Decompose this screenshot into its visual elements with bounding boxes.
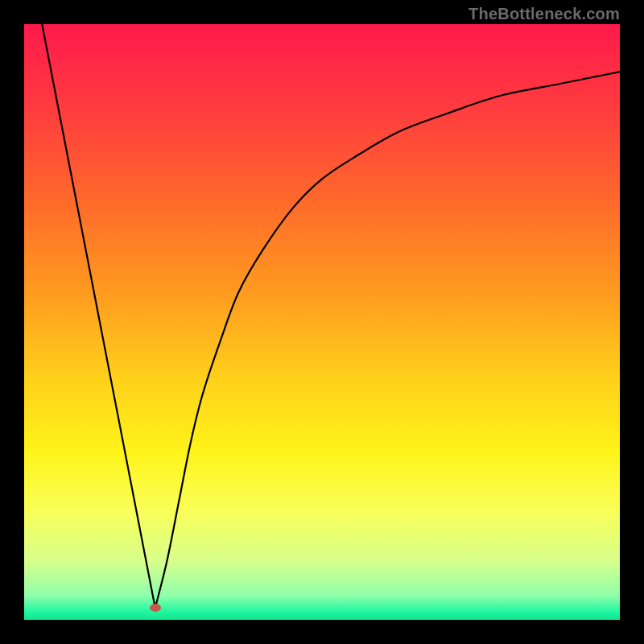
optimum-marker [150,604,161,612]
curve-right-segment [155,72,620,608]
curve-left-segment [42,24,155,608]
watermark-text: TheBottleneck.com [469,5,620,23]
curve-layer [24,24,620,620]
chart-frame: TheBottleneck.com [0,0,644,644]
plot-area [24,24,620,620]
